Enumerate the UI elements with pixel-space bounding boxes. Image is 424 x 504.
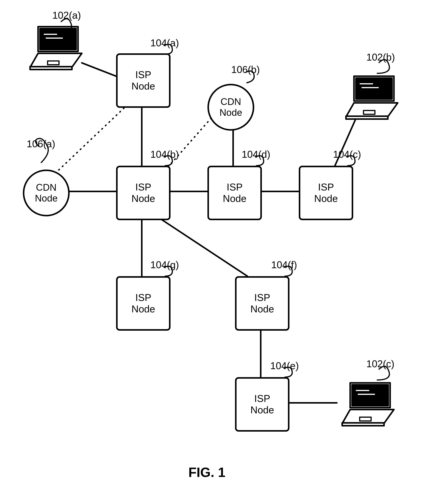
node-label: CDN Node <box>35 182 58 204</box>
node-label: CDN Node <box>219 96 242 118</box>
node-label: ISP Node <box>314 182 338 204</box>
isp-node-a: ISP Node <box>116 53 170 108</box>
ref-label-104b: 104(b) <box>150 149 179 160</box>
ref-label-102b: 102(b) <box>366 51 395 63</box>
svg-marker-31 <box>342 423 384 426</box>
laptop-icon <box>341 72 402 122</box>
ref-label-104g: 104(g) <box>150 259 179 270</box>
svg-marker-24 <box>346 116 388 119</box>
node-label: ISP Node <box>131 182 155 204</box>
isp-node-f: ISP Node <box>235 276 289 331</box>
ref-label-102c: 102(c) <box>366 358 394 370</box>
svg-rect-23 <box>363 110 375 114</box>
isp-node-c: ISP Node <box>299 166 353 220</box>
isp-node-g: ISP Node <box>116 276 170 331</box>
svg-rect-16 <box>48 61 59 65</box>
diagram-stage: ISP Node ISP Node ISP Node ISP Node ISP … <box>0 0 424 504</box>
ref-label-106a: 106(a) <box>27 138 55 150</box>
ref-label-102a: 102(a) <box>52 10 81 21</box>
ref-label-104c: 104(c) <box>333 149 361 160</box>
laptop-icon <box>25 23 86 72</box>
isp-node-b: ISP Node <box>116 166 170 220</box>
svg-marker-28 <box>352 385 388 406</box>
laptop-icon <box>337 379 398 428</box>
ref-label-104d: 104(d) <box>242 149 270 160</box>
svg-line-0 <box>82 63 116 76</box>
svg-marker-14 <box>40 29 76 50</box>
ref-label-104e: 104(e) <box>270 360 299 371</box>
node-label: ISP Node <box>131 292 155 315</box>
svg-line-11 <box>55 105 127 173</box>
ref-label-104f: 104(f) <box>271 259 297 270</box>
figure-caption: FIG. 1 <box>188 465 225 480</box>
svg-line-12 <box>168 118 211 168</box>
cdn-node-a: CDN Node <box>23 170 70 216</box>
node-label: ISP Node <box>250 393 274 416</box>
node-label: ISP Node <box>223 182 246 204</box>
svg-marker-17 <box>30 67 72 70</box>
ref-label-104a: 104(a) <box>150 37 179 49</box>
ref-label-106b: 106(b) <box>231 64 260 75</box>
node-label: ISP Node <box>250 292 274 315</box>
svg-marker-21 <box>356 78 392 99</box>
isp-node-e: ISP Node <box>235 377 289 432</box>
svg-rect-30 <box>360 417 371 421</box>
node-label: ISP Node <box>131 69 155 92</box>
cdn-node-b: CDN Node <box>207 84 254 131</box>
isp-node-d: ISP Node <box>207 166 262 220</box>
